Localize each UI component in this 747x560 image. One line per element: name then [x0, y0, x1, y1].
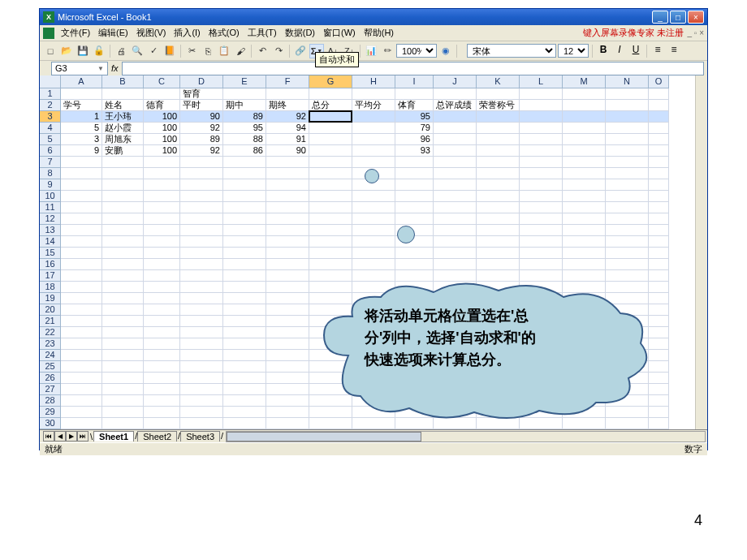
menu-help[interactable]: 帮助(H) [360, 25, 398, 41]
cell[interactable]: 89 [180, 134, 223, 145]
cell[interactable] [61, 304, 102, 316]
cell[interactable] [434, 248, 477, 259]
cell[interactable] [309, 168, 352, 179]
cell[interactable] [102, 361, 144, 373]
cell[interactable] [309, 145, 352, 157]
cell[interactable]: 1 [61, 111, 102, 123]
cell[interactable] [309, 213, 352, 225]
cell[interactable]: 总评成绩 [434, 100, 477, 111]
cell[interactable] [223, 304, 266, 316]
cell[interactable] [180, 270, 223, 282]
cell[interactable] [102, 191, 144, 202]
cell[interactable] [144, 316, 180, 327]
cell[interactable] [352, 191, 395, 202]
cell[interactable] [144, 88, 180, 100]
cell[interactable] [223, 202, 266, 213]
cell[interactable] [144, 202, 180, 213]
cell[interactable]: 95 [395, 111, 434, 123]
menu-tools[interactable]: 工具(T) [244, 25, 281, 41]
cell[interactable] [180, 225, 223, 236]
row-header[interactable]: 23 [40, 338, 61, 350]
cell[interactable] [180, 259, 223, 270]
sheet-tab[interactable]: Sheet1 [93, 431, 134, 442]
row-header[interactable]: 12 [40, 213, 61, 225]
cell[interactable] [649, 157, 669, 168]
cell[interactable] [606, 134, 649, 145]
cell[interactable] [477, 111, 520, 123]
bold-button[interactable]: B [596, 44, 611, 58]
cell[interactable] [520, 134, 563, 145]
cell[interactable] [223, 259, 266, 270]
cell[interactable] [352, 145, 395, 157]
cell[interactable] [520, 168, 563, 179]
cell[interactable] [180, 316, 223, 327]
spell-icon[interactable]: ✓ [146, 44, 161, 58]
cell[interactable] [144, 361, 180, 373]
cell[interactable] [61, 179, 102, 191]
column-header[interactable]: E [223, 75, 266, 88]
cell[interactable] [649, 202, 669, 213]
font-name-select[interactable]: 宋体 [467, 44, 556, 58]
cell[interactable] [144, 259, 180, 270]
cell[interactable] [144, 248, 180, 259]
cell[interactable] [563, 100, 606, 111]
menu-window[interactable]: 窗口(W) [319, 25, 360, 41]
cell[interactable] [223, 179, 266, 191]
cell[interactable] [309, 123, 352, 134]
cell[interactable] [477, 202, 520, 213]
cell[interactable] [144, 304, 180, 316]
cell[interactable] [352, 259, 395, 270]
cell[interactable]: 94 [266, 123, 309, 134]
cell[interactable]: 88 [223, 134, 266, 145]
cell[interactable] [61, 395, 102, 407]
cell[interactable] [144, 384, 180, 395]
tab-last-icon[interactable]: ⏭ [77, 431, 89, 442]
cell[interactable]: 92 [266, 111, 309, 123]
row-header[interactable]: 24 [40, 350, 61, 361]
cell[interactable] [144, 191, 180, 202]
cell[interactable] [61, 361, 102, 373]
cell[interactable] [102, 395, 144, 407]
sheet-tab[interactable]: Sheet2 [137, 431, 177, 442]
cell[interactable] [563, 213, 606, 225]
cell[interactable] [477, 270, 520, 282]
cell[interactable] [144, 327, 180, 338]
cell[interactable] [102, 202, 144, 213]
cell[interactable] [477, 123, 520, 134]
row-header[interactable]: 22 [40, 327, 61, 338]
cell[interactable]: 92 [180, 123, 223, 134]
cell[interactable] [309, 111, 352, 123]
row-header[interactable]: 8 [40, 168, 61, 179]
cell[interactable] [477, 157, 520, 168]
cell[interactable] [477, 225, 520, 236]
cell[interactable] [352, 202, 395, 213]
row-header[interactable]: 7 [40, 157, 61, 168]
cell[interactable] [144, 213, 180, 225]
cell[interactable] [395, 270, 434, 282]
cell[interactable] [102, 282, 144, 293]
cell[interactable] [434, 270, 477, 282]
cell[interactable] [61, 418, 102, 429]
cell[interactable] [352, 157, 395, 168]
cell[interactable] [520, 259, 563, 270]
cell[interactable] [102, 248, 144, 259]
cell[interactable] [61, 248, 102, 259]
cell[interactable]: 王小玮 [102, 111, 144, 123]
cell[interactable] [102, 225, 144, 236]
cell[interactable] [223, 168, 266, 179]
cell[interactable] [520, 123, 563, 134]
row-header[interactable]: 11 [40, 202, 61, 213]
cell[interactable] [144, 350, 180, 361]
cell[interactable] [477, 145, 520, 157]
cell[interactable] [352, 134, 395, 145]
row-header[interactable]: 1 [40, 88, 61, 100]
cell[interactable] [352, 111, 395, 123]
menu-edit[interactable]: 编辑(E) [94, 25, 132, 41]
cell[interactable] [520, 111, 563, 123]
row-header[interactable]: 4 [40, 123, 61, 134]
cell[interactable] [649, 259, 669, 270]
cell[interactable] [395, 213, 434, 225]
cell[interactable] [563, 248, 606, 259]
cell[interactable] [180, 418, 223, 429]
cell[interactable] [180, 202, 223, 213]
